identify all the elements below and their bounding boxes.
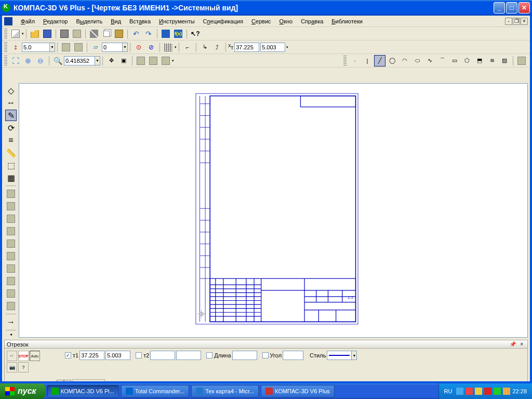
new-button[interactable]	[10, 28, 21, 39]
assoc-button-3[interactable]	[5, 213, 17, 224]
manager-button[interactable]	[160, 28, 171, 39]
tray-icon-4[interactable]	[484, 388, 491, 395]
menu-editor[interactable]: Редактор	[39, 17, 72, 25]
panel-collapse-arrow[interactable]: ◂	[10, 332, 12, 337]
assoc-button-4[interactable]	[5, 225, 17, 237]
geometry-panel-button[interactable]: ◇	[5, 85, 17, 96]
t2-y-input[interactable]	[176, 351, 201, 360]
cut-button[interactable]	[88, 28, 100, 39]
clock[interactable]: 22:28	[512, 388, 527, 394]
menu-libs[interactable]: Библиотеки	[327, 17, 367, 25]
redo-button[interactable]: ↷	[143, 28, 154, 39]
polygon-tool[interactable]: ⬠	[461, 55, 473, 66]
tray-icon-2[interactable]	[466, 388, 473, 395]
assoc-button-7[interactable]	[5, 263, 17, 274]
t2-lock-checkbox[interactable]	[136, 352, 142, 358]
step-dropdown[interactable]: ▼	[50, 43, 55, 52]
line-style-dropdown[interactable]: ▼	[352, 351, 357, 360]
zoom-fit-button[interactable]: ⛶	[10, 55, 21, 66]
global-cs-button[interactable]: ⤴	[211, 42, 223, 53]
local-cs-button[interactable]: ↳	[199, 42, 210, 53]
fillet-tool[interactable]: ⌒	[436, 55, 448, 66]
menu-help[interactable]: Справка	[297, 17, 327, 25]
panel-close-icon[interactable]: ×	[518, 341, 525, 347]
open-button[interactable]	[29, 28, 41, 39]
property-panel-header[interactable]: Отрезок 📌 ×	[5, 340, 527, 349]
layer-input[interactable]	[102, 43, 123, 52]
circle-tool[interactable]: ◯	[387, 55, 398, 66]
point-tool[interactable]: ·	[349, 55, 361, 66]
ellipse-tool[interactable]: ⬭	[411, 55, 423, 66]
t1-y-input[interactable]	[105, 351, 130, 360]
state-button-2[interactable]	[73, 42, 84, 53]
create-arrow-button[interactable]: ↵	[7, 351, 17, 361]
preview-button[interactable]	[71, 28, 83, 39]
pan-button[interactable]: ✥	[105, 55, 117, 66]
contour-tool[interactable]: ⬒	[474, 55, 485, 66]
tool-extra[interactable]	[516, 55, 527, 66]
save-button[interactable]	[42, 28, 53, 39]
coord-x-input[interactable]	[234, 43, 259, 52]
layer-dropdown[interactable]: ▼	[123, 43, 128, 52]
zoom-out-button[interactable]: ⊖	[35, 55, 46, 66]
assoc-button-10[interactable]	[5, 300, 17, 312]
spline-tool[interactable]: ∿	[424, 55, 435, 66]
line-tool[interactable]: ╱	[374, 55, 385, 66]
grid-button[interactable]	[163, 42, 174, 53]
language-indicator[interactable]: RU	[444, 388, 453, 394]
refresh-button[interactable]	[135, 55, 147, 66]
layers-icon[interactable]: ▱	[90, 42, 101, 53]
t1-x-input[interactable]	[79, 351, 104, 360]
select-panel-button[interactable]: ⬚	[5, 159, 17, 171]
ortho-button[interactable]: ⌐	[182, 42, 193, 53]
mdi-close[interactable]: ×	[521, 18, 528, 25]
taskbar-item-totalcmd[interactable]: Total Commander...	[121, 385, 189, 397]
coord-y-input[interactable]	[260, 43, 285, 52]
symbols-panel-button[interactable]: ✎	[5, 110, 17, 121]
stop-button[interactable]: STOP	[18, 351, 29, 361]
minimize-button[interactable]: _	[494, 2, 505, 14]
step-icon[interactable]: ‡	[10, 42, 21, 53]
assoc-button-2[interactable]	[5, 201, 17, 212]
assoc-button-9[interactable]	[5, 288, 17, 299]
snap-on-button[interactable]: ⊙	[133, 42, 144, 53]
start-button[interactable]: пуск	[0, 383, 46, 399]
zoom-dropdown[interactable]: ▼	[95, 56, 100, 65]
variables-button[interactable]: f(x)	[172, 28, 184, 39]
assoc-button-5[interactable]	[5, 238, 17, 249]
copy-button[interactable]	[101, 28, 112, 39]
angle-input[interactable]	[283, 351, 303, 360]
params-panel-button[interactable]: ≡	[5, 135, 17, 146]
length-input[interactable]	[232, 351, 257, 360]
zoom-in-button[interactable]: ⊕	[22, 55, 34, 66]
prop-info-button[interactable]: ?	[18, 362, 29, 373]
dimensions-panel-button[interactable]: ↔	[5, 97, 17, 109]
tray-icon-5[interactable]	[494, 388, 501, 395]
taskbar-item-kompas2[interactable]: КОМПАС-3D V6 Plus	[261, 385, 335, 397]
context-help-button[interactable]: ↖?	[190, 28, 201, 39]
step-input[interactable]	[22, 43, 50, 52]
print-button[interactable]	[59, 28, 70, 39]
view-button-1[interactable]	[148, 55, 159, 66]
rect-tool[interactable]: ▭	[449, 55, 460, 66]
zoom-window-button[interactable]: ▣	[118, 55, 129, 66]
drawing-canvas[interactable]: 1:1	[19, 83, 528, 338]
menu-select[interactable]: Выделить	[72, 17, 107, 25]
mdi-minimize[interactable]: -	[505, 18, 512, 25]
undo-button[interactable]: ↶	[130, 28, 142, 39]
state-button-1[interactable]	[60, 42, 72, 53]
aux-line-tool[interactable]: |	[362, 55, 373, 66]
equidistant-tool[interactable]: ≋	[486, 55, 498, 66]
menu-tools[interactable]: Инструменты	[155, 17, 199, 25]
menu-service[interactable]: Сервис	[247, 17, 275, 25]
toolbar-grip[interactable]	[343, 56, 347, 66]
arc-tool[interactable]: ◠	[399, 55, 410, 66]
spec-panel-button[interactable]: ▦	[5, 172, 17, 183]
prop-help-button[interactable]: 📷	[7, 362, 17, 373]
menu-file[interactable]: Файл	[17, 17, 39, 25]
auto-button[interactable]: Auto	[30, 351, 40, 361]
maximize-button[interactable]: □	[506, 2, 517, 14]
edit-panel-button[interactable]: ⟳	[5, 122, 17, 134]
hatch-tool[interactable]: ▨	[499, 55, 510, 66]
assoc-button-8[interactable]	[5, 275, 17, 287]
